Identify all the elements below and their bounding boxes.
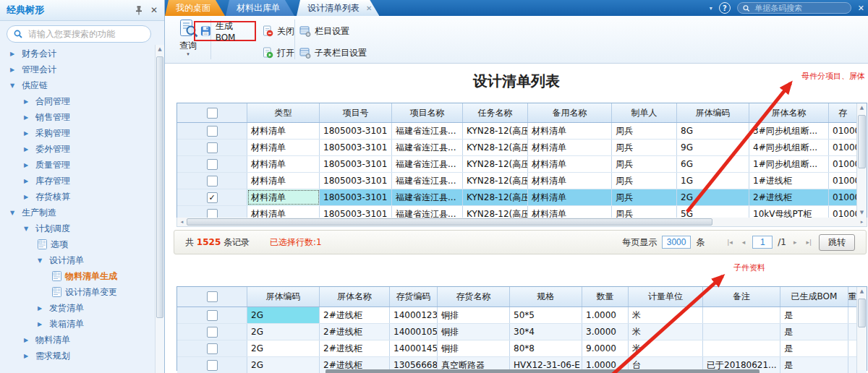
cell[interactable]: 14000145 [390,340,438,356]
tree-item[interactable]: ▶需求规划 [0,348,153,364]
column-settings-button[interactable]: 栏目设置 [299,23,349,39]
cell[interactable]: 010008 [829,173,857,189]
scrollbar-thumb[interactable] [858,299,866,327]
row-checkbox[interactable] [207,126,218,137]
tab-my-desktop[interactable]: 我的桌面 [165,0,225,16]
generate-bom-button[interactable]: 生成BOM [194,21,256,41]
detail-vertical-scrollbar[interactable]: ▲ [856,287,867,370]
cell[interactable]: 铜排 [438,324,510,340]
column-header[interactable]: 存货编码 [390,287,438,306]
prev-page-button[interactable]: ◂ [740,239,748,246]
row-checkbox[interactable]: ✓ [207,192,218,203]
first-page-button[interactable]: |◂ [725,239,735,246]
cell[interactable]: 福建省连江县... [392,173,463,189]
cell[interactable]: 2G [247,324,320,340]
cell[interactable]: KYN28-12(高压柜) [463,140,528,155]
help-icon[interactable]: ? [719,2,731,14]
cell[interactable]: 3.0000 [582,324,629,340]
tree-item[interactable]: ▶采购管理 [0,125,153,141]
cell[interactable]: 材料清单 [528,140,612,155]
cell[interactable]: 材料清单 [528,156,612,172]
cell[interactable]: KYN28-12(高压柜) [463,156,528,172]
page-number-input[interactable] [752,236,773,249]
sidebar-scrollbar[interactable]: ▲ [155,45,164,373]
page-size-input[interactable] [662,236,691,249]
column-header[interactable]: 屏体名称 [749,103,829,122]
row-checkbox[interactable] [207,310,218,321]
scrollbar-thumb[interactable] [187,218,712,226]
cell[interactable]: 010008 [829,123,857,139]
tree-item[interactable]: ▶销售管理 [0,109,153,125]
cell[interactable]: 1.0000 [582,307,629,323]
cell[interactable]: 14000105 [390,324,438,340]
cell[interactable]: 材料清单 [247,189,320,205]
scroll-up-icon[interactable]: ▲ [857,287,867,296]
cell[interactable]: 1805003-3101 [320,189,392,205]
cell[interactable]: 铜排 [438,340,510,356]
chevron-down-icon[interactable]: ▾ [710,5,712,12]
checkbox-column-header[interactable] [177,287,247,306]
column-header[interactable]: 计量单位 [629,287,703,306]
cell[interactable]: 2#进线柜 [749,189,829,205]
tree-item[interactable]: ▶装箱清单 [0,316,153,332]
column-header[interactable]: 类型 [247,103,320,122]
cell[interactable]: 福建省连江县... [392,140,463,155]
tree-item[interactable]: ▶合同管理 [0,93,153,109]
column-header[interactable]: 屏体编码 [677,103,749,122]
column-header[interactable]: 屏体名称 [320,287,390,306]
tree-item[interactable]: ▶管理会计 [0,61,153,77]
cell[interactable]: 福建省连江县... [392,123,463,139]
cell[interactable]: KYN28-12(高压柜) [463,173,528,189]
cell[interactable] [703,307,780,323]
checkbox-column-header[interactable] [177,103,247,122]
cell[interactable]: 周兵 [612,173,677,189]
cell[interactable]: 2#进线柜 [320,307,390,323]
cell[interactable]: 14000123 [390,307,438,323]
table-row[interactable]: 材料清单1805003-3101福建省连江县...KYN28-12(高压柜)材料… [177,123,867,140]
row-checkbox[interactable] [207,343,218,354]
column-header[interactable]: 制单人 [612,103,677,122]
column-header[interactable]: 存 [829,103,857,122]
column-header[interactable]: 存货名称 [438,287,510,306]
cell[interactable] [703,324,780,340]
cell[interactable]: 福建省连江县... [392,189,463,205]
select-all-checkbox[interactable] [207,108,218,119]
cell[interactable]: 米 [629,340,703,356]
tree-item[interactable]: ▼生产制造 [0,205,153,220]
next-page-button[interactable]: ▸ [791,239,799,246]
sidebar-close-icon[interactable]: ✕ [150,5,158,15]
tree-item[interactable]: ▼设计清单 [0,252,153,268]
table-row[interactable]: 2G2#进线柜14000105铜排30*43.0000米是 [177,324,867,340]
cell[interactable]: 9G [677,140,749,155]
column-header[interactable]: 屏体编码 [247,287,320,306]
cell[interactable]: KYN28-12(高压柜) [463,123,528,139]
tree-item[interactable]: ▶库存管理 [0,173,153,189]
cell[interactable]: 1805003-3101 [320,140,392,155]
tree-item[interactable]: ▶委外管理 [0,141,153,157]
row-checkbox[interactable] [207,176,218,186]
cell[interactable]: 材料清单 [247,156,320,172]
cell[interactable]: 4#同步机组断... [749,140,829,155]
cell[interactable]: 1G [677,173,749,189]
tree-item[interactable]: ▼计划调度 [0,220,153,236]
cell[interactable]: 是 [780,307,848,323]
cell[interactable]: 9.0000 [582,340,629,356]
scroll-up-icon[interactable]: ▲ [156,45,164,54]
cell[interactable]: 1805003-3101 [320,123,392,139]
row-checkbox[interactable] [207,142,218,153]
cell[interactable]: 010008 [829,189,857,205]
pin-icon[interactable] [135,6,143,15]
select-all-checkbox[interactable] [207,291,218,302]
cell[interactable]: 周兵 [612,189,677,205]
tab-close-icon[interactable]: ✕ [366,4,372,12]
sidebar-search-input[interactable] [27,28,144,40]
cell[interactable]: 1805003-3101 [320,156,392,172]
tree-item[interactable]: 设计清单变更 [0,284,153,300]
cell[interactable]: 2G [247,340,320,356]
cell[interactable]: 铜排 [438,307,510,323]
close-button[interactable]: 关闭 [262,23,294,39]
cell[interactable]: 1805003-3101 [320,173,392,189]
scroll-down-icon[interactable]: ▼ [857,208,867,218]
tree-item[interactable]: 物料清单生成 [0,268,153,284]
cell[interactable]: 材料清单 [247,173,320,189]
